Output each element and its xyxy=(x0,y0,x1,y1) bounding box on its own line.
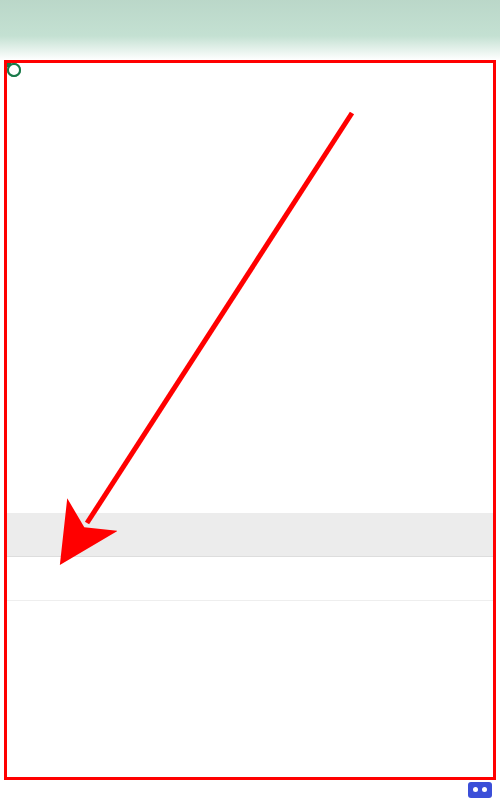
selection-handle-bottom[interactable] xyxy=(7,63,21,77)
insert-link-row[interactable] xyxy=(7,557,493,601)
watermark xyxy=(468,782,496,798)
watermark-logo-icon xyxy=(468,782,492,798)
panel-header xyxy=(7,513,493,557)
empty-message xyxy=(7,601,493,633)
link-panel xyxy=(7,513,493,777)
spreadsheet-grid[interactable] xyxy=(7,63,493,513)
title-bar xyxy=(0,0,500,60)
